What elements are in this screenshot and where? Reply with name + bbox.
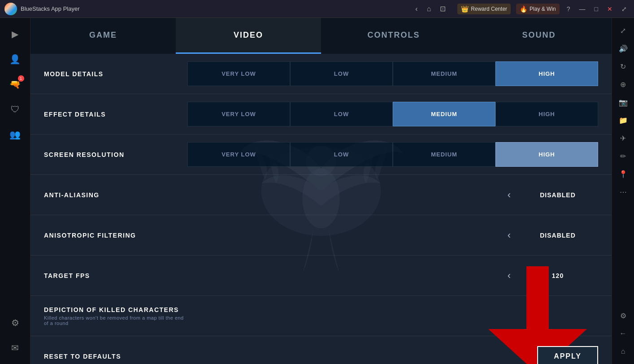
home-icon: ⌂	[621, 347, 625, 355]
resolution-very-low-btn[interactable]: VERY LOW	[187, 142, 290, 167]
right-more-btn[interactable]: ⋯	[615, 184, 631, 200]
right-back-btn[interactable]: ←	[615, 325, 631, 342]
folder-icon: 📁	[619, 116, 628, 125]
expand-button[interactable]: ⤢	[619, 4, 630, 13]
resolution-low-btn[interactable]: LOW	[290, 142, 393, 167]
sidebar-item-game[interactable]: 🔫 1	[4, 73, 27, 96]
sidebar-item-users[interactable]: 👥	[4, 123, 27, 146]
tab-controls[interactable]: CONTROLS	[321, 18, 466, 54]
screen-resolution-row: SCREEN RESOLUTION VERY LOW LOW MEDIUM HI…	[30, 134, 612, 175]
tab-sound[interactable]: SOUND	[466, 18, 612, 54]
badge: 1	[18, 75, 24, 82]
reward-center-button[interactable]: 👑 Reward Center	[457, 4, 511, 14]
rotate-icon: ↻	[620, 62, 626, 71]
play-icon: ▶	[12, 29, 18, 39]
anisotropic-filtering-selector: ‹ DISABLED	[187, 226, 598, 245]
tab-video[interactable]: VIDEO	[176, 18, 321, 54]
model-very-low-btn[interactable]: VERY LOW	[187, 61, 290, 86]
resolution-high-btn[interactable]: HIGH	[495, 142, 598, 167]
depiction-row: DEPICTION OF KILLED CHARACTERS Killed ch…	[30, 296, 612, 336]
depiction-label: DEPICTION OF KILLED CHARACTERS Killed ch…	[44, 306, 187, 326]
settings2-icon: ⚙	[620, 312, 626, 320]
fire-icon: 🔥	[520, 5, 527, 13]
pencil-icon: ✏	[620, 152, 626, 160]
resolution-medium-btn[interactable]: MEDIUM	[393, 142, 495, 167]
minimize-button[interactable]: —	[577, 4, 588, 13]
effect-low-btn[interactable]: LOW	[290, 102, 393, 126]
right-volume-btn[interactable]: 🔊	[615, 40, 631, 56]
main-layout: ▶ 👤 🔫 1 🛡 👥 ⚙ ✉	[0, 18, 634, 364]
sidebar-item-profile[interactable]: 👤	[4, 48, 27, 71]
play-and-win-button[interactable]: 🔥 Play & Win	[516, 4, 560, 14]
anti-aliasing-row: ANTI-ALIASING ‹ DISABLED	[30, 175, 612, 215]
anisotropic-left-arrow[interactable]: ‹	[501, 226, 517, 245]
back-icon: ←	[620, 329, 627, 338]
sidebar-item-shield[interactable]: 🛡	[4, 98, 27, 121]
model-details-buttons: VERY LOW LOW MEDIUM HIGH	[187, 61, 598, 86]
sidebar-item-play[interactable]: ▶	[4, 22, 27, 46]
sidebar-item-mail[interactable]: ✉	[4, 336, 27, 360]
settings-content: MODEL DETAILS VERY LOW LOW MEDIUM HIGH E…	[30, 54, 612, 364]
windows-button[interactable]: ⊡	[437, 4, 448, 14]
more-icon: ⋯	[620, 188, 627, 196]
right-settings-btn[interactable]: ⚙	[615, 308, 631, 324]
right-expand-btn[interactable]: ⤢	[615, 22, 631, 39]
main-content: GAME VIDEO CONTROLS SOUND MODEL DETAILS …	[30, 18, 612, 364]
model-details-row: MODEL DETAILS VERY LOW LOW MEDIUM HIGH	[30, 54, 612, 94]
right-edit-btn[interactable]: ✏	[615, 148, 631, 164]
effect-high-btn[interactable]: HIGH	[495, 102, 598, 126]
screen-resolution-buttons: VERY LOW LOW MEDIUM HIGH	[187, 142, 598, 167]
home-button[interactable]: ⌂	[424, 4, 434, 14]
right-panel: ⤢ 🔊 ↻ ⊕ 📷 📁 ✈ ✏ 📍 ⋯ ⚙	[612, 18, 634, 364]
right-airplane-btn[interactable]: ✈	[615, 130, 631, 146]
back-button[interactable]: ‹	[413, 4, 420, 14]
model-details-label: MODEL DETAILS	[44, 70, 187, 78]
right-folder-btn[interactable]: 📁	[615, 112, 631, 128]
reset-label: RESET TO DEFAULTS	[44, 353, 187, 360]
anti-aliasing-left-arrow[interactable]: ‹	[501, 186, 517, 204]
settings-icon: ⚙	[11, 317, 19, 328]
nav-buttons: ‹ ⌂ ⊡	[413, 4, 448, 14]
airplane-icon: ✈	[620, 134, 626, 143]
app-logo	[4, 3, 17, 15]
sidebar-item-settings[interactable]: ⚙	[4, 311, 27, 334]
effect-details-label: EFFECT DETAILS	[44, 111, 187, 118]
location-icon: 📍	[619, 170, 628, 178]
volume-icon: 🔊	[619, 44, 628, 53]
close-button[interactable]: ✕	[604, 4, 615, 13]
model-medium-btn[interactable]: MEDIUM	[393, 61, 495, 86]
titlebar: BlueStacks App Player ‹ ⌂ ⊡ 👑 Reward Cen…	[0, 0, 634, 18]
maximize-button[interactable]: □	[592, 4, 601, 13]
right-home-btn[interactable]: ⌂	[615, 343, 631, 360]
fps-left-arrow[interactable]: ‹	[501, 266, 517, 285]
shield-icon: 🛡	[11, 104, 20, 115]
model-low-btn[interactable]: LOW	[290, 61, 393, 86]
target-fps-label: TARGET FPS	[44, 272, 187, 279]
help-button[interactable]: ?	[564, 4, 573, 13]
anisotropic-filtering-row: ANISOTROPIC FILTERING ‹ DISABLED	[30, 215, 612, 256]
right-add-btn[interactable]: ⊕	[615, 76, 631, 92]
right-rotate-btn[interactable]: ↻	[615, 58, 631, 74]
add-icon: ⊕	[620, 80, 626, 89]
anisotropic-filtering-label: ANISOTROPIC FILTERING	[44, 232, 187, 239]
mail-icon: ✉	[11, 342, 19, 353]
crown-icon: 👑	[461, 5, 469, 13]
bottom-row: RESET TO DEFAULTS APPLY	[30, 336, 612, 364]
right-location-btn[interactable]: 📍	[615, 166, 631, 182]
window-controls: ? — □ ✕ ⤢	[564, 4, 630, 13]
effect-medium-btn[interactable]: MEDIUM	[393, 102, 495, 126]
tab-game[interactable]: GAME	[30, 18, 176, 54]
target-fps-selector: ‹ 120	[187, 266, 598, 285]
screen-resolution-label: SCREEN RESOLUTION	[44, 151, 187, 158]
anti-aliasing-label: ANTI-ALIASING	[44, 191, 187, 199]
anti-aliasing-selector: ‹ DISABLED	[187, 186, 598, 204]
right-screenshot-btn[interactable]: 📷	[615, 94, 631, 110]
model-high-btn[interactable]: HIGH	[495, 61, 598, 86]
tabs: GAME VIDEO CONTROLS SOUND	[30, 18, 612, 54]
titlebar-actions: 👑 Reward Center 🔥 Play & Win	[457, 4, 559, 14]
apply-button[interactable]: APPLY	[537, 346, 598, 364]
profile-icon: 👤	[9, 54, 21, 65]
camera-icon: 📷	[619, 98, 628, 107]
effect-very-low-btn[interactable]: VERY LOW	[187, 102, 290, 126]
app-title: BlueStacks App Player	[21, 5, 413, 12]
